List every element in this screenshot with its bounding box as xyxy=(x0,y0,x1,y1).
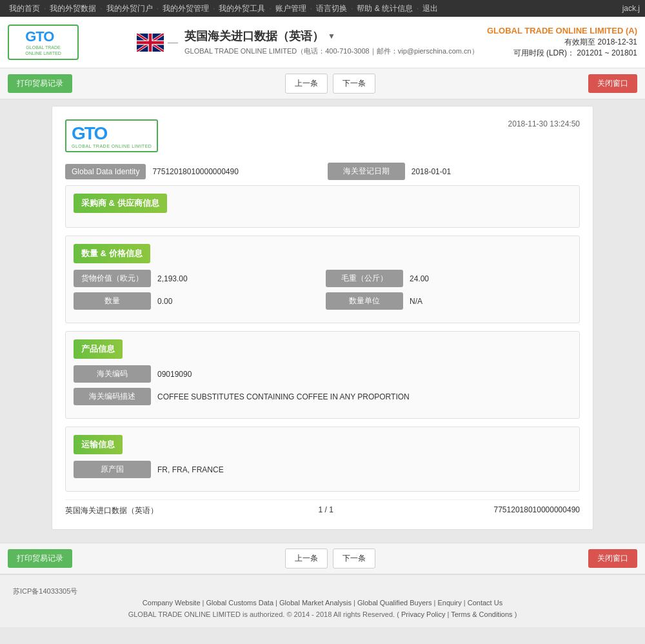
flag-separator: — xyxy=(168,37,178,48)
product-header: 产品信息 xyxy=(74,339,123,359)
privacy-policy-link[interactable]: Privacy Policy xyxy=(401,610,445,618)
gross-weight-pair: 毛重（公斤） 24.00 xyxy=(326,270,571,287)
goods-value-pair: 货物价值（欧元） 2,193.00 xyxy=(74,270,319,287)
title-dropdown-arrow[interactable]: ▼ xyxy=(328,32,335,41)
record-card: GTO GLOBAL TRADE ONLINE LIMITED 2018-11-… xyxy=(52,106,593,530)
qty-unit-row: 数量 0.00 数量单位 N/A xyxy=(74,292,571,310)
customs-code-row: 海关编码 09019090 xyxy=(74,365,571,383)
quantity-unit-label: 数量单位 xyxy=(326,292,403,310)
buyer-supplier-section: 采购商 & 供应商信息 xyxy=(65,185,580,228)
prev-button[interactable]: 上一条 xyxy=(285,74,328,94)
terms-conditions-link[interactable]: Terms & Conditions xyxy=(451,610,512,618)
bottom-close-button[interactable]: 关闭窗口 xyxy=(588,549,637,568)
header-bar: GTO GLOBAL TRADEONLINE LIMITED — 英国海关进口数… xyxy=(0,17,645,68)
logo-area: GTO GLOBAL TRADEONLINE LIMITED xyxy=(8,25,137,60)
nav-tools[interactable]: 我的外贸工具 xyxy=(215,3,269,14)
transport-header: 运输信息 xyxy=(74,435,123,454)
bottom-action-bar: 打印贸易记录 上一条 下一条 关闭窗口 xyxy=(0,543,645,574)
bottom-next-button[interactable]: 下一条 xyxy=(333,548,375,569)
footer-company-website[interactable]: Company Website xyxy=(143,599,201,607)
nav-account[interactable]: 账户管理 xyxy=(272,3,310,14)
record-footer: 英国海关进口数据（英语） 1 / 1 77512018010000000490 xyxy=(65,499,580,516)
customs-desc-label: 海关编码描述 xyxy=(74,388,151,405)
nav-portal[interactable]: 我的外贸门户 xyxy=(103,3,157,14)
header-right: GLOBAL TRADE ONLINE LIMITED (A) 有效期至 201… xyxy=(487,26,637,59)
origin-country-value: FR, FRA, FRANCE xyxy=(157,465,571,474)
customs-date-label: 海关登记日期 xyxy=(328,163,405,180)
current-user: jack.j xyxy=(622,4,640,13)
record-timestamp: 2018-11-30 13:24:50 xyxy=(508,119,580,128)
quantity-label: 数量 xyxy=(74,292,151,310)
footer-global-market[interactable]: Global Market Analysis xyxy=(279,599,352,607)
footer-id: 77512018010000000490 xyxy=(494,505,580,516)
footer-copyright: GLOBAL TRADE ONLINE LIMITED is authorize… xyxy=(13,610,632,618)
nav-home[interactable]: 我的首页 xyxy=(5,3,44,14)
quantity-price-header: 数量 & 价格信息 xyxy=(74,244,150,263)
nav-language[interactable]: 语言切换 xyxy=(312,3,351,14)
product-section: 产品信息 海关编码 09019090 海关编码描述 COFFEE SUBSTIT… xyxy=(65,331,580,419)
buyer-supplier-header: 采购商 & 供应商信息 xyxy=(74,194,167,213)
gross-weight-value: 24.00 xyxy=(410,274,571,283)
footer-global-customs[interactable]: Global Customs Data xyxy=(206,599,274,607)
goods-value-label: 货物价值（欧元） xyxy=(74,270,151,287)
quantity-value: 0.00 xyxy=(157,297,319,306)
site-footer: 苏ICP备14033305号 Company Website | Global … xyxy=(0,574,645,627)
nav-management[interactable]: 我的外贸管理 xyxy=(159,3,213,14)
gross-weight-label: 毛重（公斤） xyxy=(326,270,403,287)
customs-desc-value: COFFEE SUBSTITUTES CONTAINING COFFEE IN … xyxy=(157,392,571,401)
transport-section: 运输信息 原产国 FR, FRA, FRANCE xyxy=(65,427,580,492)
origin-country-row: 原产国 FR, FRA, FRANCE xyxy=(74,461,571,478)
record-header: GTO GLOBAL TRADE ONLINE LIMITED 2018-11-… xyxy=(65,119,580,152)
flag-area: — xyxy=(137,34,178,52)
ldr-label: 可用时段 (LDR)： xyxy=(513,48,575,57)
page-title: 英国海关进口数据（英语） ▼ xyxy=(184,28,487,44)
header-title-area: 英国海关进口数据（英语） ▼ GLOBAL TRADE ONLINE LIMIT… xyxy=(178,28,487,56)
icp-number: 苏ICP备14033305号 xyxy=(13,587,632,596)
top-navigation: 我的首页 · 我的外贸数据 · 我的外贸门户 · 我的外贸管理 · 我的外贸工具… xyxy=(0,0,645,17)
record-logo-sub: GLOBAL TRADE ONLINE LIMITED xyxy=(72,144,152,148)
price-weight-row: 货物价值（欧元） 2,193.00 毛重（公斤） 24.00 xyxy=(74,270,571,287)
ldr-info: 可用时段 (LDR)： 201201 ~ 201801 xyxy=(487,48,637,59)
logo-text: GTO xyxy=(25,28,61,45)
footer-page: 1 / 1 xyxy=(319,505,333,516)
customs-desc-row: 海关编码描述 COFFEE SUBSTITUTES CONTAINING COF… xyxy=(74,388,571,405)
footer-enquiry[interactable]: Enquiry xyxy=(437,599,461,607)
record-logo-border: GTO GLOBAL TRADE ONLINE LIMITED xyxy=(65,119,158,152)
quantity-unit-pair: 数量单位 N/A xyxy=(326,292,571,310)
account-company: GLOBAL TRADE ONLINE LIMITED (A) xyxy=(487,26,637,35)
quantity-unit-value: N/A xyxy=(410,297,571,306)
company-logo: GTO GLOBAL TRADEONLINE LIMITED xyxy=(8,25,79,60)
customs-code-value: 09019090 xyxy=(157,370,571,379)
quantity-price-section: 数量 & 价格信息 货物价值（欧元） 2,193.00 毛重（公斤） 24.00… xyxy=(65,236,580,323)
customs-code-label: 海关编码 xyxy=(74,365,151,383)
nav-help[interactable]: 帮助 & 统计信息 xyxy=(353,3,417,14)
nav-data[interactable]: 我的外贸数据 xyxy=(46,3,100,14)
quantity-pair: 数量 0.00 xyxy=(74,292,319,310)
footer-contact-us[interactable]: Contact Us xyxy=(468,599,502,607)
title-text: 英国海关进口数据（英语） xyxy=(184,28,324,44)
validity-info: 有效期至 2018-12-31 xyxy=(487,37,637,48)
next-button[interactable]: 下一条 xyxy=(333,74,375,94)
print-button[interactable]: 打印贸易记录 xyxy=(8,74,72,93)
ldr-value: 201201 ~ 201801 xyxy=(577,48,637,57)
global-identity-row: Global Data Identity 7751201801000000049… xyxy=(65,163,580,180)
validity-label: 有效期至 xyxy=(564,37,595,46)
uk-flag-icon xyxy=(137,34,164,52)
main-content: GTO GLOBAL TRADE ONLINE LIMITED 2018-11-… xyxy=(0,99,645,543)
logo-subtitle: GLOBAL TRADEONLINE LIMITED xyxy=(25,45,61,56)
bottom-prev-button[interactable]: 上一条 xyxy=(285,548,328,569)
record-logo: GTO GLOBAL TRADE ONLINE LIMITED xyxy=(65,119,158,152)
copyright-text: GLOBAL TRADE ONLINE LIMITED is authorize… xyxy=(128,610,395,618)
bottom-print-button[interactable]: 打印贸易记录 xyxy=(8,549,72,568)
footer-qualified-buyers[interactable]: Global Qualified Buyers xyxy=(357,599,432,607)
customs-date-value: 2018-01-01 xyxy=(412,167,580,176)
footer-links: Company Website | Global Customs Data | … xyxy=(13,599,632,607)
header-contact: GLOBAL TRADE ONLINE LIMITED（电话：400-710-3… xyxy=(184,46,487,56)
nav-logout[interactable]: 退出 xyxy=(419,3,442,14)
top-action-bar: 打印贸易记录 上一条 下一条 关闭窗口 xyxy=(0,68,645,99)
goods-value: 2,193.00 xyxy=(157,274,319,283)
origin-country-label: 原产国 xyxy=(74,461,151,478)
global-identity-label: Global Data Identity xyxy=(65,164,146,179)
close-button[interactable]: 关闭窗口 xyxy=(588,74,637,93)
validity-date: 2018-12-31 xyxy=(598,37,637,46)
